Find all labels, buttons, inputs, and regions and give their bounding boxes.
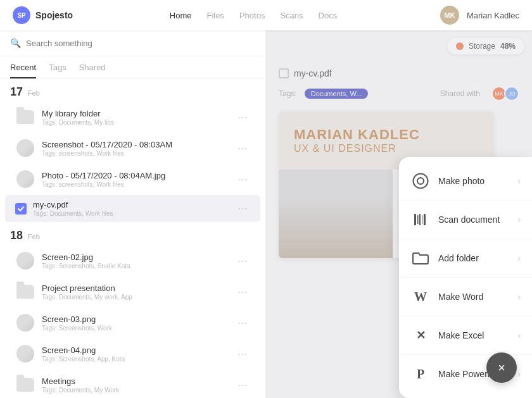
file-meta: Tags: Documents, My Work: [42, 387, 235, 394]
user-avatar: MK: [440, 6, 459, 25]
tab-recent[interactable]: Recent: [10, 63, 36, 78]
tabs-row: Recent Tags Shared: [0, 56, 265, 79]
list-item[interactable]: Meetings Tags: Documents, My Work ⋯: [5, 370, 260, 398]
file-info: Screenshot - 05/17/2020 - 08:03AM Tags: …: [42, 140, 235, 157]
close-icon: ×: [498, 361, 505, 375]
chevron-right-icon: ›: [517, 253, 521, 263]
image-icon: [15, 251, 35, 271]
nav-right: MK Marian Kadlec: [418, 6, 519, 25]
file-more-button[interactable]: ⋯: [235, 345, 250, 363]
search-bar: 🔍: [0, 30, 265, 56]
make-excel-label: Make Excel: [438, 330, 517, 340]
make-photo-label: Make photo: [438, 176, 517, 186]
file-name: Screenshot - 05/17/2020 - 08:03AM: [42, 140, 235, 149]
logo-area: SP Spojesto: [13, 6, 89, 24]
date-month-18: Feb: [28, 233, 40, 240]
file-info: Photo - 05/17/2020 - 08:04AM.jpg Tags: s…: [42, 171, 235, 188]
make-word-button[interactable]: W Make Word ›: [399, 278, 532, 316]
file-info: my-cv.pdf Tags: Documents, Work files: [33, 200, 235, 217]
list-item[interactable]: Screen-02.jpg Tags: Screenshots, Studio …: [5, 246, 260, 276]
top-navigation: SP Spojesto Home Files Photos Scans Docs…: [0, 0, 532, 30]
list-item[interactable]: my-cv.pdf Tags: Documents, Work files ⋯: [5, 195, 260, 222]
file-meta: Tags: Screenshots, App, Kota: [42, 356, 235, 363]
file-more-button[interactable]: ⋯: [235, 252, 250, 270]
date-group-17: 17 Feb: [0, 79, 265, 101]
file-name: Meetings: [42, 376, 235, 386]
list-item[interactable]: Screen-04.png Tags: Screenshots, App, Ko…: [5, 339, 260, 369]
nav-files[interactable]: Files: [206, 11, 224, 20]
make-excel-button[interactable]: ✕ Make Excel ›: [399, 316, 532, 355]
svg-point-0: [414, 174, 428, 189]
add-folder-button[interactable]: Add folder ›: [399, 239, 532, 278]
file-meta: Tags: Screenshots, Work: [42, 325, 235, 332]
scan-document-label: Scan document: [438, 215, 517, 225]
file-info: Project presentation Tags: Documents, My…: [42, 283, 235, 301]
file-name: Screen-04.png: [42, 345, 235, 355]
svg-rect-6: [424, 214, 426, 225]
file-meta: Tags: Documents, My work, App: [42, 294, 235, 301]
logo-icon: SP: [13, 6, 30, 24]
folder-add-icon: [410, 248, 431, 268]
tab-shared[interactable]: Shared: [79, 63, 106, 78]
nav-photos[interactable]: Photos: [239, 11, 265, 20]
folder-icon: [15, 107, 35, 127]
tab-tags[interactable]: Tags: [49, 63, 66, 78]
left-panel: 🔍 Recent Tags Shared 17 Feb My library f…: [0, 30, 266, 398]
file-more-button[interactable]: ⋯: [235, 200, 250, 217]
camera-icon: [410, 171, 431, 191]
file-more-button[interactable]: ⋯: [235, 376, 250, 394]
scan-icon: [410, 209, 431, 230]
nav-scans[interactable]: Scans: [280, 11, 303, 20]
date-day-18: 18: [10, 229, 23, 242]
chevron-right-icon: ›: [517, 292, 521, 302]
list-item[interactable]: Screenshot - 05/17/2020 - 08:03AM Tags: …: [5, 133, 260, 163]
image-icon: [15, 138, 35, 158]
nav-docs[interactable]: Docs: [319, 11, 338, 20]
date-group-18: 18 Feb: [0, 223, 265, 245]
list-item[interactable]: Project presentation Tags: Documents, My…: [5, 277, 260, 307]
date-month-17: Feb: [28, 89, 40, 97]
image-icon: [15, 344, 35, 364]
list-item[interactable]: Screen-03.png Tags: Screenshots, Work ⋯: [5, 308, 260, 338]
file-info: Meetings Tags: Documents, My Work: [42, 376, 235, 394]
folder-icon: [15, 282, 35, 302]
close-fab-button[interactable]: ×: [486, 352, 517, 383]
excel-icon: ✕: [410, 325, 431, 345]
search-icon: 🔍: [10, 38, 21, 48]
make-word-label: Make Word: [438, 292, 517, 302]
svg-rect-3: [417, 215, 419, 224]
chevron-right-icon: ›: [517, 330, 521, 340]
chevron-right-icon: ›: [517, 176, 521, 186]
file-info: Screen-02.jpg Tags: Screenshots, Studio …: [42, 252, 235, 270]
file-name: My library folder: [42, 109, 235, 118]
file-more-button[interactable]: ⋯: [235, 171, 250, 188]
file-meta: Tags: Documents, Work files: [33, 210, 235, 217]
image-icon: [15, 169, 35, 189]
list-item[interactable]: My library folder Tags: Documents, My li…: [5, 102, 260, 132]
file-name: Photo - 05/17/2020 - 08:04AM.jpg: [42, 171, 235, 180]
scan-document-button[interactable]: Scan document ›: [399, 201, 532, 239]
file-more-button[interactable]: ⋯: [235, 314, 250, 332]
file-info: Screen-04.png Tags: Screenshots, App, Ko…: [42, 345, 235, 363]
file-more-button[interactable]: ⋯: [235, 283, 250, 301]
chevron-right-icon: ›: [517, 215, 521, 225]
make-photo-button[interactable]: Make photo ›: [399, 162, 532, 201]
search-input[interactable]: [26, 39, 255, 48]
chevron-right-icon: ›: [517, 369, 521, 379]
nav-home[interactable]: Home: [170, 11, 192, 20]
svg-point-1: [417, 178, 424, 184]
svg-rect-4: [419, 214, 421, 225]
nav-links: Home Files Photos Scans Docs: [170, 11, 337, 20]
date-day-17: 17: [10, 85, 23, 99]
main-layout: 🔍 Recent Tags Shared 17 Feb My library f…: [0, 0, 532, 398]
powerpoint-icon: P: [410, 364, 431, 384]
svg-rect-2: [414, 214, 416, 225]
file-name: my-cv.pdf: [33, 200, 235, 209]
file-info: Screen-03.png Tags: Screenshots, Work: [42, 314, 235, 332]
file-list: 17 Feb My library folder Tags: Documents…: [0, 79, 265, 398]
add-folder-label: Add folder: [438, 253, 517, 263]
file-more-button[interactable]: ⋯: [235, 140, 250, 157]
word-icon: W: [410, 287, 431, 307]
list-item[interactable]: Photo - 05/17/2020 - 08:04AM.jpg Tags: s…: [5, 164, 260, 194]
file-more-button[interactable]: ⋯: [235, 109, 250, 126]
